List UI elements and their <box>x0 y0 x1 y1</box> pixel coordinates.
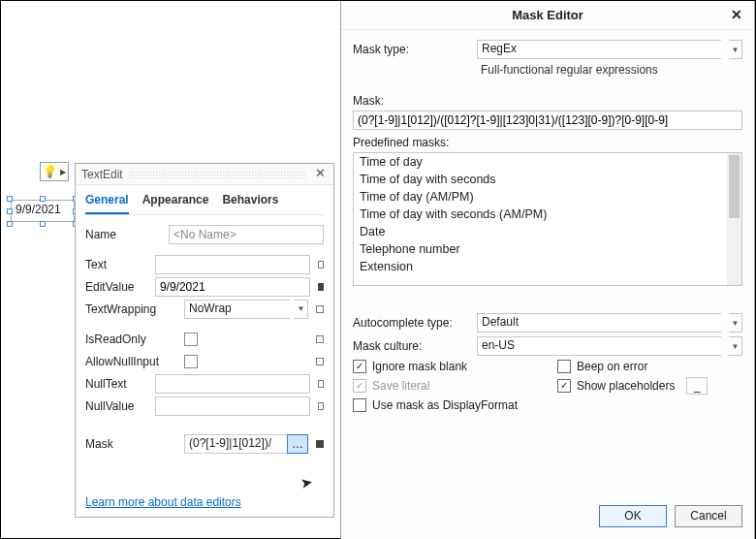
resize-handle[interactable] <box>40 221 46 227</box>
editvalue-row: EditValue <box>85 275 324 298</box>
property-marker[interactable] <box>316 305 324 313</box>
property-body: Name Text EditValue TextWrapping NoWrap … <box>76 215 333 517</box>
checkbox-icon <box>353 379 366 393</box>
mask-row: Mask (0?[1-9]|1[012])/ … <box>85 432 324 455</box>
property-tabs: General Appearance Behaviors <box>76 185 333 214</box>
masktype-select[interactable]: RegEx <box>477 40 721 59</box>
mask-label: Mask <box>85 437 178 451</box>
app-stage: 💡 ▶ 9/9/2021 TextEdit ✕ General Appearan… <box>0 0 756 539</box>
list-item[interactable]: Telephone number <box>354 240 741 258</box>
editvalue-label: EditValue <box>85 280 149 294</box>
allownull-label: AllowNullInput <box>85 355 178 368</box>
mask-field-input[interactable] <box>353 111 742 130</box>
autocomplete-row: Autocomplete type: Default ▼ <box>353 313 742 333</box>
autocomplete-select[interactable]: Default <box>477 313 721 333</box>
scrollbar-thumb[interactable] <box>729 155 740 218</box>
text-label: Text <box>85 258 149 271</box>
close-icon[interactable]: ✕ <box>727 5 746 24</box>
show-placeholders-option[interactable]: Show placeholders _ <box>557 377 742 395</box>
resize-handle[interactable] <box>40 196 46 202</box>
predefined-masks-list[interactable]: Time of day Time of day with seconds Tim… <box>353 152 742 286</box>
designer-textedit-preview[interactable]: 9/9/2021 <box>11 200 75 222</box>
nullvalue-row: NullValue <box>85 395 324 417</box>
property-marker[interactable] <box>318 283 324 291</box>
option-label: Show placeholders <box>577 379 675 393</box>
mask-editor-dialog: Mask Editor ✕ Mask type: RegEx ▼ Full-fu… <box>340 1 755 539</box>
ok-button[interactable]: OK <box>599 505 667 527</box>
textwrapping-select[interactable]: NoWrap <box>184 300 290 319</box>
property-marker[interactable] <box>316 335 324 343</box>
editvalue-input[interactable] <box>155 277 310 297</box>
option-label: Ignore mask blank <box>372 360 467 373</box>
masktype-label: Mask type: <box>353 43 469 56</box>
property-marker[interactable] <box>316 440 324 448</box>
nulltext-row: NullText <box>85 372 324 395</box>
checkbox-icon[interactable] <box>557 379 571 393</box>
placeholder-char-input[interactable]: _ <box>686 377 708 395</box>
beep-on-error-option[interactable]: Beep on error <box>557 360 742 373</box>
list-item[interactable]: Date <box>354 223 741 240</box>
masktype-note: Full-functional regular expressions <box>481 63 742 77</box>
chevron-down-icon[interactable]: ▼ <box>729 336 742 356</box>
autocomplete-label: Autocomplete type: <box>353 316 469 330</box>
resize-handle[interactable] <box>7 221 13 227</box>
tab-behaviors[interactable]: Behaviors <box>222 193 278 214</box>
allownull-checkbox[interactable] <box>184 355 198 368</box>
checkbox-icon[interactable] <box>557 360 571 373</box>
list-item[interactable]: Time of day <box>354 153 741 171</box>
cancel-button[interactable]: Cancel <box>675 505 742 527</box>
lightbulb-icon: 💡 <box>43 166 57 177</box>
masktype-row: Mask type: RegEx ▼ <box>353 40 742 59</box>
mask-field-label: Mask: <box>353 94 742 108</box>
mask-ellipsis-button[interactable]: … <box>287 434 308 454</box>
option-label: Beep on error <box>577 360 647 373</box>
save-literal-option: Save literal <box>353 377 538 395</box>
nulltext-input[interactable] <box>155 374 310 394</box>
tab-general[interactable]: General <box>85 193 129 214</box>
culture-label: Mask culture: <box>353 339 469 353</box>
culture-row: Mask culture: en-US ▼ <box>353 336 742 356</box>
name-label: Name <box>85 228 163 241</box>
option-label: Save literal <box>372 379 429 393</box>
mask-input[interactable]: (0?[1-9]|1[012])/ <box>184 434 287 454</box>
ignore-mask-blank-option[interactable]: Ignore mask blank <box>353 360 538 373</box>
property-marker[interactable] <box>316 358 324 365</box>
isreadonly-checkbox[interactable] <box>184 333 198 346</box>
property-popup-header: TextEdit ✕ <box>76 164 333 185</box>
property-marker[interactable] <box>318 380 324 388</box>
culture-select[interactable]: en-US <box>477 336 721 356</box>
list-item[interactable]: Time of day (AM/PM) <box>354 188 741 206</box>
predefined-masks-label: Predefined masks: <box>353 136 742 149</box>
property-popup-title: TextEdit <box>81 168 123 181</box>
dialog-title-bar: Mask Editor ✕ <box>341 1 754 30</box>
name-row: Name <box>85 223 324 245</box>
nullvalue-input[interactable] <box>155 396 310 416</box>
resize-handle[interactable] <box>7 196 13 202</box>
smart-tag-button[interactable]: 💡 ▶ <box>40 162 69 181</box>
list-item[interactable]: Time of day with seconds <box>354 171 741 188</box>
isreadonly-label: IsReadOnly <box>85 333 178 346</box>
textwrapping-row: TextWrapping NoWrap ▼ <box>85 298 324 320</box>
text-input[interactable] <box>155 255 310 274</box>
nullvalue-label: NullValue <box>85 399 149 413</box>
nulltext-label: NullText <box>85 377 149 391</box>
use-mask-as-displayformat-option[interactable]: Use mask as DisplayFormat <box>353 398 538 412</box>
dialog-body: Mask type: RegEx ▼ Full-functional regul… <box>341 30 754 539</box>
chevron-down-icon[interactable]: ▼ <box>729 40 742 59</box>
tab-appearance[interactable]: Appearance <box>142 193 209 214</box>
learn-more-link[interactable]: Learn more about data editors <box>85 484 324 509</box>
chevron-down-icon[interactable]: ▼ <box>295 300 308 319</box>
resize-handle[interactable] <box>7 208 13 214</box>
close-icon[interactable]: ✕ <box>312 167 328 182</box>
checkbox-icon[interactable] <box>353 360 366 373</box>
list-item[interactable]: Time of day with seconds (AM/PM) <box>354 206 741 223</box>
options-grid: Ignore mask blank Beep on error Save lit… <box>353 360 742 412</box>
isreadonly-row: IsReadOnly <box>85 328 324 350</box>
name-input[interactable] <box>169 225 324 244</box>
checkbox-icon[interactable] <box>353 398 366 412</box>
list-item[interactable]: Extension <box>354 258 741 275</box>
property-marker[interactable] <box>318 261 324 269</box>
property-marker[interactable] <box>318 402 324 410</box>
chevron-down-icon[interactable]: ▼ <box>729 313 742 333</box>
text-row: Text <box>85 253 324 275</box>
